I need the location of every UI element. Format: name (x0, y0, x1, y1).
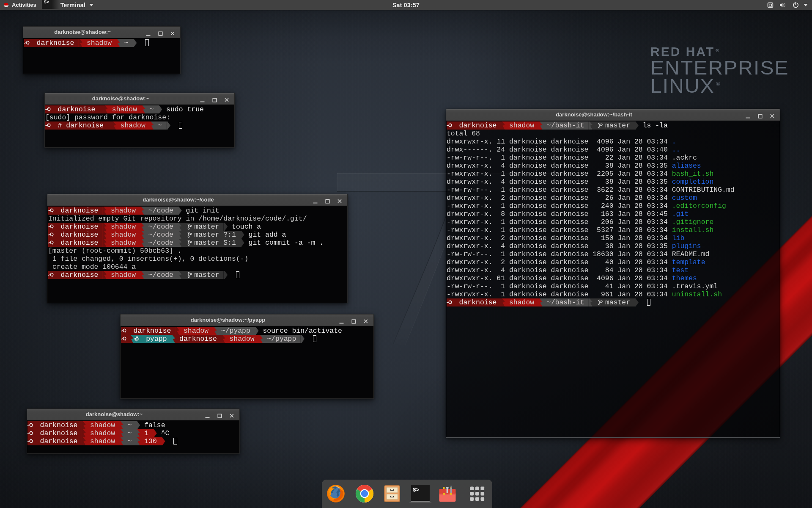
svg-text:$>: $> (413, 487, 420, 493)
